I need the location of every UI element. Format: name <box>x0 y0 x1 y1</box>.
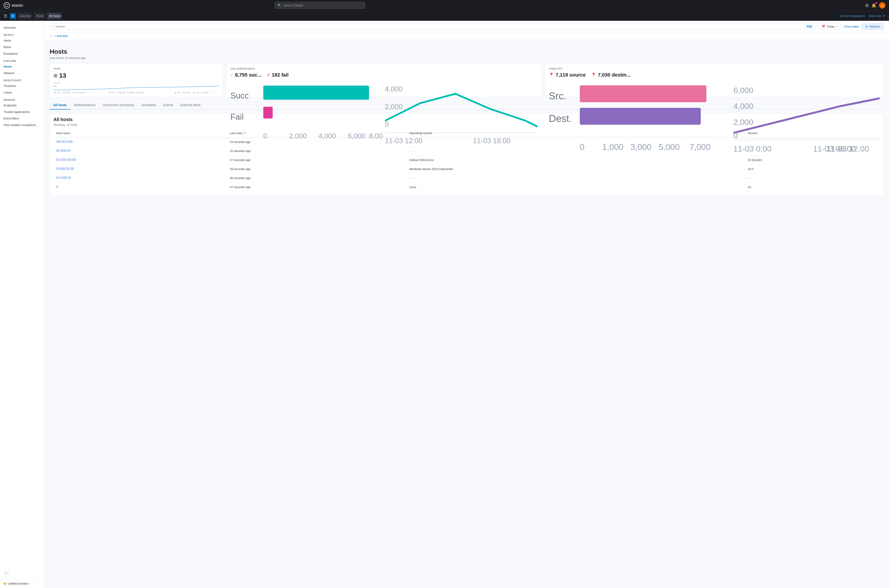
last-seen-cell: 25 seconds ago <box>227 147 407 156</box>
chevron-down-icon: ▼ <box>883 14 885 18</box>
host-name-cell[interactable] <box>54 137 227 147</box>
filter-bar: ≡ KQL 📅 Today ▼ Show dates ↻ Refresh <box>44 21 889 32</box>
table-row[interactable]: 28 seconds agoWindows Server 2019 Datace… <box>54 165 880 174</box>
tab-uncommon-processes[interactable]: Uncommon processes <box>99 101 138 110</box>
top-nav: elastic 🔍 ⊞ 🔔 n <box>0 0 889 11</box>
svg-text:10: 10 <box>54 82 60 84</box>
page-header: Hosts Last event: 24 seconds ago <box>50 48 884 60</box>
sidebar-item-cases[interactable]: Cases <box>0 89 44 96</box>
kql-badge[interactable]: KQL <box>806 25 814 28</box>
sidebar-item-network[interactable]: Network <box>0 70 44 76</box>
hosts-card-title: Hosts <box>54 67 219 70</box>
last-seen-cell: 28 seconds ago <box>227 165 407 174</box>
tab-authentications[interactable]: Authentications <box>70 101 99 110</box>
sidebar-item-timelines[interactable]: Timelines <box>0 82 44 89</box>
timeline-button[interactable]: Untitled timeline <box>4 582 41 585</box>
last-seen-cell: 47 seconds ago <box>227 183 407 192</box>
ips-bar-chart: Src. Dest. 0 1,000 3,000 5,000 7,000 <box>549 80 731 92</box>
host-name-cell[interactable] <box>54 165 227 174</box>
query-bar[interactable]: ≡ KQL <box>50 23 816 30</box>
breadcrumb-security[interactable]: Security <box>18 13 33 19</box>
auth-bar-chart: Succ Fail 0 2,000 4,000 6,000 8,000 <box>230 80 383 92</box>
dest-value: 7,030 destin... <box>598 72 631 78</box>
user-avatar[interactable]: n <box>879 2 885 9</box>
hosts-stat-card: Hosts ⊞ 13 11-03 0:00 11-03 06:00 11-03 … <box>50 63 223 98</box>
th-hostname: Host name <box>54 129 227 137</box>
bell-icon[interactable]: 🔔 <box>871 3 876 8</box>
sidebar-item-event-filters[interactable]: Event filters <box>0 115 44 122</box>
host-name-cell[interactable] <box>54 156 227 165</box>
source-value: 7,119 source <box>556 72 586 78</box>
data-view-button[interactable]: Data view ▼ <box>869 14 885 18</box>
refresh-button[interactable]: ↻ Refresh <box>862 23 884 30</box>
main-content: ≡ KQL 📅 Today ▼ Show dates ↻ Refresh ⓘ +… <box>44 21 889 588</box>
calendar-chevron: ▼ <box>836 25 838 28</box>
svg-text:4,000: 4,000 <box>318 132 336 140</box>
breadcrumb-actions: ⊞ Add integrations Data view ▼ <box>841 14 885 18</box>
hosts-card-icon: ⊞ <box>54 73 57 78</box>
sidebar-item-trusted-apps[interactable]: Trusted applications <box>0 109 44 115</box>
global-search-input[interactable] <box>283 4 362 7</box>
calendar-icon: 📅 <box>822 25 825 28</box>
hosts-chart: 11-03 0:00 11-03 06:00 11-03 12:00 10 5 <box>54 81 219 93</box>
integrations-icon: ⊞ <box>841 14 843 18</box>
source-pin-icon: 📍 <box>549 72 554 78</box>
table-row[interactable]: 27 seconds agoDebian GNU/Linux10 (buster… <box>54 156 880 165</box>
add-filter-button[interactable]: + Add filter <box>54 34 68 38</box>
timeline-label: Untitled timeline <box>8 582 29 585</box>
global-search[interactable]: 🔍 <box>275 2 365 9</box>
sort-icon[interactable]: ↓ <box>247 132 248 135</box>
sidebar-item-alerts[interactable]: Alerts <box>0 37 44 44</box>
query-icon: ≡ <box>52 25 54 28</box>
elastic-logo[interactable]: elastic <box>4 2 23 9</box>
date-picker[interactable]: 📅 Today ▼ <box>819 23 841 30</box>
svg-rect-10 <box>263 107 273 118</box>
last-seen-cell: 27 seconds ago <box>227 156 407 165</box>
tab-anomalies[interactable]: Anomalies <box>138 101 160 110</box>
tab-external-alerts[interactable]: External alerts <box>177 101 204 110</box>
version-cell: — <box>745 174 880 183</box>
sidebar-detect-label: Detect <box>0 32 44 37</box>
svg-text:11-03 18:00: 11-03 18:00 <box>473 137 511 144</box>
svg-text:5: 5 <box>54 86 57 87</box>
top-nav-right: ⊞ 🔔 n <box>865 2 885 9</box>
host-name-cell[interactable] <box>54 183 227 192</box>
app-icon[interactable]: D <box>10 13 16 19</box>
host-name-cell[interactable] <box>54 147 227 156</box>
hamburger-icon[interactable]: ☰ <box>4 14 7 18</box>
sidebar-item-exceptions[interactable]: Exceptions <box>0 50 44 57</box>
add-integrations-button[interactable]: ⊞ Add integrations <box>841 14 865 18</box>
add-sidebar-button[interactable]: + <box>4 571 9 576</box>
table-row[interactable]: 47 seconds agoLinux10 <box>54 183 880 192</box>
refresh-label: Refresh <box>869 25 880 28</box>
notification-badge <box>875 2 877 4</box>
grid-icon[interactable]: ⊞ <box>865 3 869 8</box>
svg-text:0: 0 <box>580 142 584 152</box>
info-icon: ⓘ <box>243 131 246 135</box>
user-auth-stat-card: User authentications ✓ 8,755 suc... ✗ 18… <box>227 63 541 98</box>
page-title: Hosts <box>50 48 884 56</box>
sidebar-item-endpoints[interactable]: Endpoints <box>0 102 44 109</box>
svg-text:6,000: 6,000 <box>733 86 753 94</box>
sidebar-item-overview[interactable]: Overview <box>0 24 44 31</box>
tab-all-hosts[interactable]: All hosts <box>50 101 70 110</box>
search-input[interactable] <box>56 25 804 28</box>
filter-info-icon[interactable]: ⓘ <box>50 34 53 38</box>
table-row[interactable]: 46 seconds ago—— <box>54 174 880 183</box>
logo-text: elastic <box>12 3 23 8</box>
show-dates-button[interactable]: Show dates <box>844 25 859 28</box>
dest-pin-icon: 📍 <box>591 72 596 78</box>
os-cell: Windows Server 2019 Datacenter <box>407 165 745 174</box>
breadcrumb-allhosts[interactable]: All hosts <box>46 13 63 19</box>
host-name-cell[interactable] <box>54 174 227 183</box>
user-auth-values: ✓ 8,755 suc... ✗ 182 fail <box>230 72 538 78</box>
user-auth-card-title: User authentications <box>230 67 538 70</box>
sidebar-item-hosts[interactable]: Hosts <box>0 63 44 70</box>
unique-ips-values: 📍 7,119 source 📍 7,030 destin... <box>549 72 880 78</box>
sidebar-item-rules[interactable]: Rules <box>0 44 44 50</box>
fail-value: 182 fail <box>272 72 289 78</box>
tab-events[interactable]: Events <box>160 101 177 110</box>
os-cell: Linux <box>407 183 745 192</box>
breadcrumb-hosts[interactable]: Hosts <box>33 13 46 19</box>
sidebar-item-host-isolation[interactable]: Host isolation exceptions <box>0 122 44 128</box>
